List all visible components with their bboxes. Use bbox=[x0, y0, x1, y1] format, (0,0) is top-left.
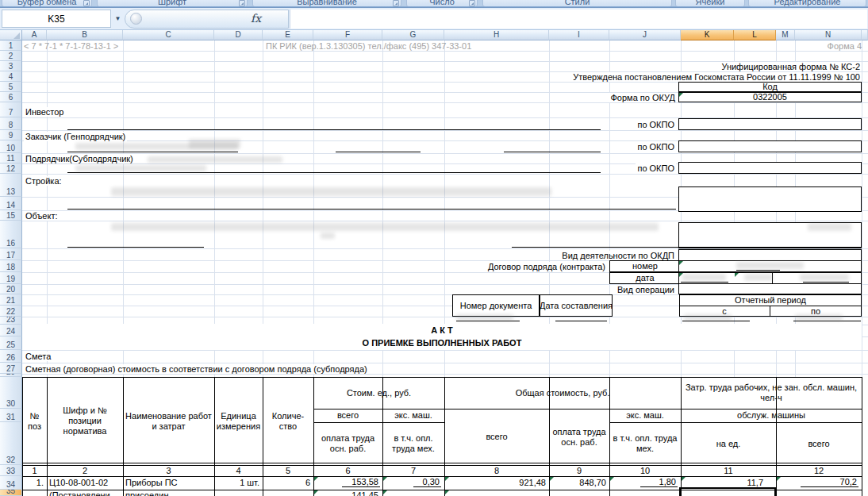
fx-icon[interactable]: fx bbox=[251, 12, 261, 25]
okdp-label[interactable]: Вид деятельности по ОКДП bbox=[517, 251, 676, 260]
cell-f34[interactable]: 153,58 bbox=[313, 477, 380, 486]
row-header-4[interactable]: 4 bbox=[0, 71, 22, 82]
cell-g34[interactable]: 0,30 bbox=[382, 477, 441, 486]
row-header-16[interactable]: 16 bbox=[0, 221, 22, 248]
table-column-number-5[interactable]: 5 bbox=[263, 465, 313, 476]
stroika-label[interactable]: Стройка: bbox=[24, 176, 63, 186]
row-header-31[interactable]: 31 bbox=[0, 409, 22, 422]
column-header-partial[interactable] bbox=[862, 30, 868, 40]
column-header-e[interactable]: E bbox=[263, 30, 313, 40]
row-header-35[interactable]: 35 bbox=[0, 490, 22, 496]
column-header-m[interactable]: M bbox=[776, 30, 795, 40]
nomer-dokumenta-label[interactable]: Номер документа bbox=[452, 294, 540, 317]
th-vtch-j[interactable]: в т.ч. опл. труда мех. bbox=[609, 422, 681, 465]
okpo-label-1[interactable]: по ОКПО bbox=[597, 120, 676, 129]
cell-m34[interactable]: 70,2 bbox=[776, 477, 858, 486]
column-header-g[interactable]: G bbox=[382, 30, 444, 40]
data-sostavleniya-label[interactable]: Дата составления bbox=[540, 294, 613, 317]
row-header-3[interactable]: 3 bbox=[0, 61, 22, 71]
th-npos[interactable]: № поз bbox=[22, 377, 47, 465]
row-header-9[interactable]: 9 bbox=[0, 130, 22, 140]
obekt-label[interactable]: Объект: bbox=[24, 211, 60, 221]
th-oplata-i[interactable]: оплата труда осн. раб. bbox=[549, 409, 609, 465]
table-column-number-6[interactable]: 6 bbox=[313, 465, 382, 476]
row-header-6[interactable]: 6 bbox=[0, 92, 22, 102]
row-header-15[interactable]: 15 bbox=[0, 210, 22, 221]
table-column-number-11[interactable]: 11 bbox=[681, 465, 776, 476]
smetnaya-label[interactable]: Сметная (договорная) стоимость в соответ… bbox=[24, 364, 369, 374]
akt-subtitle[interactable]: О ПРИЕМКЕ ВЫПОЛНЕННЫХ РАБОТ bbox=[22, 336, 862, 349]
row-header-23[interactable]: 23 bbox=[0, 317, 22, 325]
th-na-ed[interactable]: на ед. bbox=[681, 422, 776, 465]
cell-f35[interactable]: 141,45 bbox=[313, 490, 380, 496]
form-name-label[interactable]: Унифицированная форма № КС-2 bbox=[476, 62, 862, 71]
row-header-18[interactable]: 18 bbox=[0, 260, 22, 272]
row-header-21[interactable]: 21 bbox=[0, 294, 22, 306]
th-eks-mash-g[interactable]: экс. маш. bbox=[382, 409, 444, 422]
form-approved-label[interactable]: Утверждена постановлением Госкомстата Ро… bbox=[397, 72, 862, 82]
data-label[interactable]: дата bbox=[609, 272, 681, 284]
cell-b34[interactable]: Ц10-08-001-02 bbox=[49, 478, 108, 487]
select-all-corner[interactable] bbox=[0, 30, 22, 40]
th-obshaya[interactable]: Общая стоимость, руб. bbox=[444, 377, 681, 409]
cell-n1-forma4[interactable]: Форма 4 bbox=[782, 41, 862, 51]
table-column-number-2[interactable]: 2 bbox=[47, 465, 123, 476]
column-header-c[interactable]: C bbox=[123, 30, 214, 40]
row-header-14[interactable]: 14 bbox=[0, 197, 22, 210]
row-header-7[interactable]: 7 bbox=[0, 102, 22, 117]
row-header-33[interactable]: 33 bbox=[0, 465, 22, 476]
row-header-32[interactable]: 32 bbox=[0, 422, 22, 465]
row-header-13[interactable]: 13 bbox=[0, 174, 22, 197]
row-header-27[interactable]: 27 bbox=[0, 363, 22, 374]
okud-label[interactable]: Форма по ОКУД bbox=[518, 93, 677, 102]
okud-value[interactable]: 0322005 bbox=[678, 92, 862, 102]
row-header-20[interactable]: 20 bbox=[0, 284, 22, 294]
cell-b35[interactable]: (Постановлени bbox=[49, 490, 110, 496]
vid-operacii-label[interactable]: Вид операции bbox=[517, 285, 676, 294]
th-eks-mash-j[interactable]: экс. маш. bbox=[609, 409, 681, 422]
cell-a1-code[interactable]: < 7 * 7-1 * 7-1-78-13-1 > bbox=[24, 41, 118, 51]
name-box[interactable]: K35 bbox=[2, 10, 111, 28]
cell-i34[interactable]: 848,70 bbox=[549, 478, 606, 487]
column-header-i[interactable]: I bbox=[549, 30, 609, 40]
row-header-22[interactable]: 22 bbox=[0, 306, 22, 317]
row-header-5[interactable]: 5 bbox=[0, 82, 22, 92]
kod-label[interactable]: Код bbox=[678, 82, 862, 92]
cell-e1-program-info[interactable]: ПК РИК (вер.1.3.130305) тел./факс (495) … bbox=[266, 41, 471, 51]
cell-a34[interactable]: 1. bbox=[22, 478, 44, 487]
th-vsego-mn[interactable]: всего bbox=[776, 422, 862, 465]
okpo-label-2[interactable]: по ОКПО bbox=[597, 142, 676, 152]
column-header-f[interactable]: F bbox=[313, 30, 382, 40]
okpo-label-3[interactable]: по ОКПО bbox=[597, 163, 676, 173]
cell-e34[interactable]: 6 bbox=[263, 478, 310, 487]
th-kolichestvo[interactable]: Количе- ство bbox=[263, 377, 313, 465]
cell-c34[interactable]: Приборы ПС bbox=[125, 478, 178, 487]
cell-h34[interactable]: 921,48 bbox=[444, 478, 546, 487]
row-header-12[interactable]: 12 bbox=[0, 163, 22, 174]
table-column-number-4[interactable]: 4 bbox=[214, 465, 263, 476]
dialog-launcher-icon[interactable] bbox=[239, 0, 245, 6]
podryadchik-label[interactable]: Подрядчик(Субподрядчик) bbox=[24, 154, 135, 163]
row-header-34[interactable]: 34 bbox=[0, 476, 22, 490]
insert-function-button[interactable] bbox=[130, 13, 142, 25]
dialog-launcher-icon[interactable] bbox=[83, 0, 90, 6]
table-column-number-7[interactable]: 7 bbox=[382, 465, 444, 476]
row-header-17[interactable]: 17 bbox=[0, 248, 22, 260]
th-obsluzh[interactable]: обслуж. машины bbox=[681, 409, 862, 422]
table-column-number-9[interactable]: 9 bbox=[549, 465, 609, 476]
cell-k34[interactable]: 11,7 bbox=[681, 478, 763, 487]
active-cell-selection[interactable] bbox=[679, 487, 776, 496]
cell-c35[interactable]: присоедин bbox=[125, 490, 168, 496]
th-zatr[interactable]: Затр. труда рабочих, не зан. обсл. машин… bbox=[681, 377, 862, 409]
column-header-l[interactable]: L bbox=[734, 30, 776, 40]
formula-input[interactable] bbox=[290, 10, 867, 29]
column-header-j[interactable]: J bbox=[609, 30, 681, 40]
table-column-number-10[interactable]: 10 bbox=[609, 465, 681, 476]
dialog-launcher-icon[interactable] bbox=[393, 0, 399, 6]
row-header-2[interactable]: 2 bbox=[0, 51, 22, 61]
row-header-30[interactable]: 30 bbox=[0, 377, 22, 409]
column-header-a[interactable]: A bbox=[22, 30, 47, 40]
th-shifr[interactable]: Шифр и № позиции норматива bbox=[47, 377, 123, 465]
th-vsego-f[interactable]: всего bbox=[313, 409, 382, 422]
th-naimenovanie[interactable]: Наименование работ и затрат bbox=[123, 377, 214, 465]
